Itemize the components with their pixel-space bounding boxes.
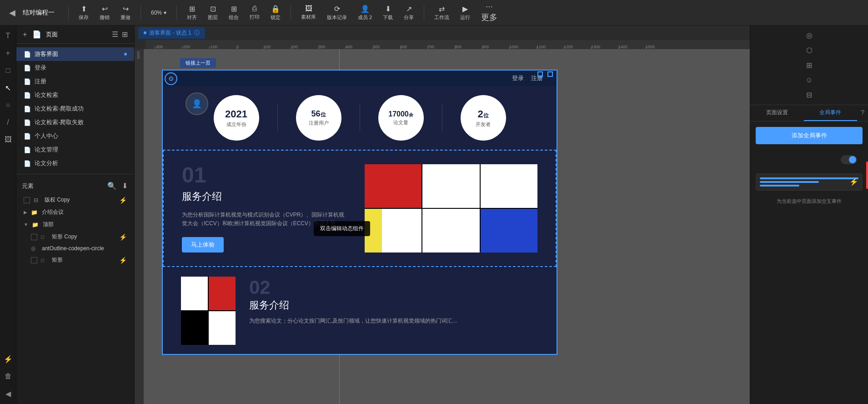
stat-number: 2021 — [225, 108, 247, 120]
trash-button[interactable]: 🗑 — [1, 369, 15, 383]
element-checkbox[interactable] — [31, 257, 37, 263]
grid-view-button[interactable]: ⊞ — [121, 29, 129, 40]
gear-icon: ⚙ — [165, 72, 177, 85]
smiley-icon[interactable]: ☺ — [803, 74, 814, 86]
undo-button[interactable]: ↩ 撤销 — [96, 3, 113, 23]
separator-2 — [140, 5, 141, 20]
download-button[interactable]: ⬇ 下载 — [379, 3, 396, 23]
element-label: 顶部 — [43, 221, 54, 228]
canvas-scroll-area[interactable]: 链接上一页 ⚙ — [144, 49, 750, 404]
lock-label: 锁定 — [271, 14, 281, 21]
page-item-manage[interactable]: 📄 论文管理 — [16, 143, 134, 157]
page-item-register[interactable]: 📄 注册 — [16, 75, 134, 88]
zoom-control[interactable]: 60% ▾ — [147, 8, 170, 18]
image-button[interactable]: 🖼 — [1, 133, 15, 146]
element-rect-copy[interactable]: □ 矩形 Copy ⚡ — [16, 231, 134, 243]
element-codepen[interactable]: ◎ antOutline-codepen-circle — [16, 243, 134, 254]
target-icon[interactable]: ◎ — [804, 29, 814, 41]
more-button[interactable]: ⋯ 更多 — [477, 0, 501, 25]
top-toolbar: ◀ 结对编程一 ⬆ 保存 ↩ 撤销 ↪ 重做 60% ▾ ⊞ 对齐 ⊡ 图层 ⊞… — [0, 0, 868, 25]
resize-handle-tr[interactable] — [537, 71, 543, 77]
lightning-button[interactable]: ⚡ — [1, 352, 15, 366]
run-button[interactable]: ▶ 运行 — [457, 3, 474, 23]
tab-info-icon: ⓘ — [194, 29, 200, 37]
page-item-analysis[interactable]: 📄 论文分析 — [16, 157, 134, 170]
sidebar-view-buttons: ☰ ⊞ — [111, 29, 129, 40]
page-item-search[interactable]: 📄 论文检索 — [16, 88, 134, 102]
puzzle-icon[interactable]: ⬡ — [804, 44, 814, 56]
page-item-login[interactable]: 📄 登录 — [16, 61, 134, 75]
ruler-mark: -100 — [209, 45, 236, 49]
settings-gear-button[interactable]: ⚙ — [165, 72, 177, 85]
redo-button[interactable]: ↪ 重做 — [117, 3, 134, 23]
table-icon[interactable]: ⊟ — [804, 89, 814, 101]
group-button[interactable]: ⊞ 组合 — [225, 3, 242, 23]
mondrian-grid-2 — [181, 277, 236, 345]
text-tool-button[interactable]: T — [1, 29, 15, 43]
add-button[interactable]: + — [1, 46, 15, 60]
workflow-button[interactable]: ⇄ 工作流 — [431, 3, 453, 23]
share-button[interactable]: ↗ 分享 — [400, 3, 417, 23]
element-conference[interactable]: ▶ 📁 介绍会议 — [16, 206, 134, 218]
element-header[interactable]: ▼ 📁 顶部 — [16, 218, 134, 231]
page-item-search-fail[interactable]: 📄 论文检索-爬取失败 — [16, 116, 134, 129]
ruler-mark: 700 — [427, 45, 455, 49]
page-item-label: 论文管理 — [35, 146, 58, 154]
separator-5 — [424, 5, 424, 20]
tab-page-settings[interactable]: 页面设置 — [750, 105, 804, 121]
stat-number: 56位 — [311, 109, 326, 119]
page-item-label: 论文检索-爬取成功 — [35, 105, 84, 113]
add-global-event-button[interactable]: 添加全局事件 — [756, 127, 863, 144]
event-toggle-row — [750, 150, 868, 170]
page-item-visitor[interactable]: 📄 游客界面 — [16, 47, 134, 61]
ruler-mark: 900 — [482, 45, 509, 49]
page-button[interactable]: □ — [1, 64, 15, 77]
assets-label: 素材库 — [301, 14, 316, 20]
line-button[interactable]: / — [1, 116, 15, 129]
login-nav-button[interactable]: 登录 — [512, 74, 524, 82]
resize-icon[interactable]: ⊞ — [804, 59, 814, 71]
element-checkbox[interactable] — [24, 197, 30, 203]
element-rect[interactable]: □ 矩形 ⚡ — [16, 254, 134, 266]
mondrian2-white-2 — [209, 311, 236, 345]
assets-button[interactable]: 🖼 素材库 — [297, 3, 320, 22]
layers-label: 图层 — [208, 14, 218, 21]
elements-sort-button[interactable]: ⬇ — [121, 181, 129, 191]
element-label: 版权 Copy — [45, 196, 70, 204]
sidebar-add-button[interactable]: + — [22, 30, 28, 40]
mondrian2-white-1 — [181, 277, 208, 310]
ruler-mark: 1200 — [564, 45, 591, 49]
layers-button[interactable]: ⊡ 图层 — [204, 3, 221, 23]
help-icon[interactable]: ? — [857, 105, 868, 121]
service-try-button[interactable]: 马上体验 — [182, 237, 224, 252]
lock-button[interactable]: 🔒 锁定 — [267, 3, 284, 23]
element-checkbox[interactable] — [31, 234, 37, 240]
expand-icon[interactable]: ▼ — [24, 222, 28, 227]
resize-handle-tr2[interactable] — [547, 71, 553, 77]
canvas-content: 链接上一页 ⚙ — [162, 58, 571, 355]
elements-section: 元素 🔍 ⬇ ⊟ 版权 Copy ⚡ ▶ 📁 介绍会议 ▼ 📁 顶部 — [16, 174, 134, 270]
history-button[interactable]: ⟳ 版本记录 — [323, 3, 351, 23]
link-back-button[interactable]: 链接上一页 — [180, 58, 216, 68]
element-copyright[interactable]: ⊟ 版权 Copy ⚡ — [16, 194, 134, 206]
collapse-button[interactable]: ◀ — [1, 387, 15, 400]
back-button[interactable]: ◀ — [5, 6, 19, 20]
expand-icon[interactable]: ▶ — [24, 210, 27, 215]
sidebar-pages-icon[interactable]: 📄 — [31, 29, 42, 40]
circle-button[interactable]: ○ — [1, 98, 15, 112]
align-label: 对齐 — [187, 14, 197, 21]
save-button[interactable]: ⬆ 保存 — [75, 3, 92, 23]
tab-global-events[interactable]: 全局事件 — [804, 105, 858, 121]
align-button[interactable]: ⊞ 对齐 — [183, 3, 201, 23]
page-item-profile[interactable]: 📄 个人中心 — [16, 129, 134, 143]
zoom-value: 60% — [151, 10, 162, 16]
list-view-button[interactable]: ☰ — [111, 29, 119, 40]
print-button[interactable]: ⎙ 打印 — [246, 3, 263, 22]
event-toggle[interactable] — [841, 155, 857, 164]
service-content-1: 01 服务介绍 为您分析国际计算机视觉与模式识别会议（CVPR）、国际计算机视觉… — [164, 151, 556, 266]
members-button[interactable]: 👤 成员 2 — [354, 3, 376, 23]
cursor-button[interactable]: ↖ — [1, 81, 15, 95]
canvas-tab-visitor[interactable]: 游客界面 - 状态 1 ⓘ — [138, 27, 205, 39]
elements-search-button[interactable]: 🔍 — [106, 181, 117, 191]
page-item-search-success[interactable]: 📄 论文检索-爬取成功 — [16, 102, 134, 116]
